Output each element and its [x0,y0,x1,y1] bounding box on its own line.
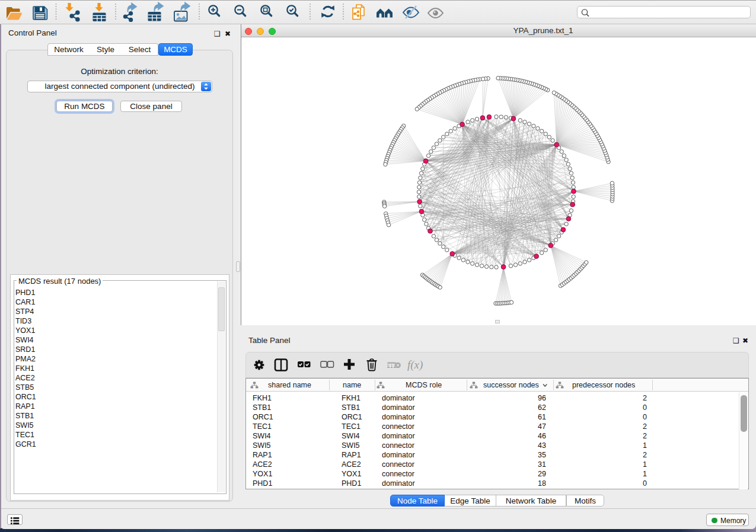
svg-text:f(x): f(x) [407,358,423,371]
